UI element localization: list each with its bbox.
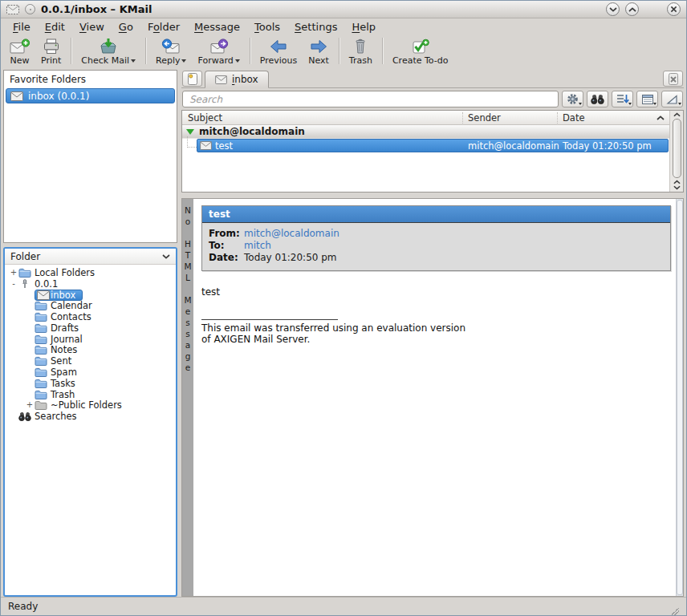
check-mail-button[interactable]: Check Mail bbox=[75, 35, 141, 67]
to-address-link[interactable]: mitch bbox=[244, 240, 271, 252]
selected-folder-highlight[interactable]: inbox bbox=[35, 290, 83, 301]
maximize-button[interactable] bbox=[625, 2, 639, 16]
expander-icon[interactable]: - bbox=[9, 280, 18, 288]
folder-label: Drafts bbox=[48, 322, 79, 334]
reply-button[interactable]: Reply bbox=[150, 35, 192, 67]
dropdown-caret-icon bbox=[653, 103, 657, 107]
reply-icon bbox=[161, 37, 181, 55]
new-button[interactable]: New bbox=[4, 35, 35, 67]
search-input[interactable] bbox=[182, 91, 559, 107]
dropdown-caret-icon bbox=[579, 103, 582, 107]
column-header-date[interactable]: Date bbox=[557, 112, 652, 124]
window-controls bbox=[606, 2, 681, 16]
folder-item-local-folders[interactable]: + Local Folders bbox=[5, 267, 176, 278]
scrollbar-thumb[interactable] bbox=[673, 119, 681, 178]
folder-item-spam[interactable]: Spam bbox=[5, 367, 176, 378]
mail-icon bbox=[200, 141, 212, 150]
scroll-up-down-icons[interactable] bbox=[673, 180, 681, 190]
tab-inbox[interactable]: inbox bbox=[205, 71, 269, 88]
folder-item-drafts[interactable]: Drafts bbox=[5, 322, 176, 334]
title-bar[interactable]: 0.0.1/inbox – KMail bbox=[1, 1, 686, 18]
trash-button[interactable]: Trash bbox=[344, 35, 378, 67]
theme-icon bbox=[641, 94, 654, 105]
folder-item-public-folders[interactable]: + ~Public Folders bbox=[5, 400, 176, 411]
message-list-scrollbar[interactable] bbox=[669, 111, 683, 192]
status-text: Ready bbox=[8, 601, 38, 612]
folder-item-calendar[interactable]: Calendar bbox=[5, 300, 176, 311]
next-button[interactable]: Next bbox=[303, 35, 335, 67]
trash-icon bbox=[353, 37, 368, 55]
create-todo-button[interactable]: Create To-do bbox=[387, 35, 454, 67]
menu-go[interactable]: Go bbox=[112, 20, 140, 34]
column-header-subject[interactable]: Subject bbox=[182, 112, 462, 124]
aggregation-button[interactable] bbox=[661, 91, 683, 107]
theme-button[interactable] bbox=[636, 91, 658, 107]
left-column: Favorite Folders inbox (0.0.1) Folder + … bbox=[3, 70, 177, 597]
folder-item-trash[interactable]: Trash bbox=[5, 389, 176, 400]
menu-file[interactable]: File bbox=[6, 20, 38, 34]
folder-label: Spam bbox=[48, 367, 77, 378]
status-filter-button[interactable] bbox=[562, 91, 583, 107]
expander-icon[interactable]: + bbox=[9, 269, 18, 277]
menu-view[interactable]: View bbox=[72, 20, 112, 34]
window-menu-button[interactable] bbox=[25, 4, 35, 14]
menu-message[interactable]: Message bbox=[187, 20, 247, 34]
menu-help[interactable]: Help bbox=[344, 20, 383, 34]
folder-item-contacts[interactable]: Contacts bbox=[5, 311, 176, 322]
date-row: Date: Today 01:20:50 pm bbox=[209, 252, 664, 264]
folder-icon bbox=[35, 312, 48, 322]
binoculars-icon bbox=[18, 411, 32, 421]
message-header-fields: From: mitch@localdomain To: mitch Date: … bbox=[202, 223, 670, 270]
scrollbar-thumb[interactable] bbox=[677, 200, 683, 595]
folder-item-sent[interactable]: Sent bbox=[5, 355, 176, 367]
folder-item-notes[interactable]: Notes bbox=[5, 345, 176, 356]
status-bar: Ready bbox=[1, 597, 686, 615]
preview-content: test From: mitch@localdomain To: mitch bbox=[193, 199, 676, 596]
folder-label: Calendar bbox=[48, 300, 92, 311]
toolbar-separator bbox=[382, 38, 383, 64]
previous-button[interactable]: Previous bbox=[254, 35, 303, 67]
from-address-link[interactable]: mitch@localdomain bbox=[244, 228, 339, 240]
scroll-up-icon[interactable] bbox=[673, 112, 681, 117]
print-button[interactable]: Print bbox=[35, 35, 67, 67]
folder-panel-header[interactable]: Folder bbox=[5, 249, 176, 265]
folder-item-inbox[interactable]: inbox bbox=[5, 290, 176, 301]
folder-item-journal[interactable]: Journal bbox=[5, 334, 176, 345]
sort-order-button[interactable] bbox=[612, 91, 633, 107]
dropdown-caret-icon bbox=[678, 103, 681, 107]
menu-edit[interactable]: Edit bbox=[38, 20, 72, 34]
sort-indicator-icon[interactable] bbox=[652, 116, 669, 120]
expander-icon[interactable]: + bbox=[25, 401, 35, 409]
minimize-button[interactable] bbox=[606, 2, 620, 16]
message-row[interactable]: test mitch@localdomain Today 01:20:50 pm bbox=[197, 139, 669, 152]
folder-item-searches[interactable]: Searches bbox=[5, 411, 176, 422]
forward-button[interactable]: Forward bbox=[192, 35, 245, 67]
pane-splitter[interactable] bbox=[181, 192, 684, 198]
group-expanded-icon[interactable] bbox=[186, 129, 194, 135]
dropdown-caret-icon bbox=[628, 103, 632, 107]
preview-scrollbar[interactable] bbox=[676, 199, 683, 596]
folder-label: Tasks bbox=[48, 378, 75, 389]
folder-item-account[interactable]: - 0.0.1 bbox=[5, 278, 176, 290]
open-full-search-button[interactable] bbox=[587, 91, 608, 107]
folder-panel-header-label: Folder bbox=[10, 251, 162, 262]
favorite-folder-inbox[interactable]: inbox (0.0.1) bbox=[6, 88, 175, 103]
html-status-bar[interactable]: No HTML Message bbox=[182, 199, 193, 596]
column-header-sender[interactable]: Sender bbox=[462, 112, 557, 124]
toolbar-separator bbox=[145, 38, 146, 64]
folder-item-tasks[interactable]: Tasks bbox=[5, 378, 176, 389]
menu-folder[interactable]: Folder bbox=[140, 20, 187, 34]
message-row-wrap: test mitch@localdomain Today 01:20:50 pm bbox=[182, 139, 669, 152]
toolbar-separator bbox=[71, 38, 71, 64]
new-tab-button[interactable] bbox=[182, 71, 202, 87]
menu-tools[interactable]: Tools bbox=[247, 20, 287, 34]
menu-settings[interactable]: Settings bbox=[287, 20, 344, 34]
message-group-header[interactable]: mitch@localdomain bbox=[182, 125, 669, 139]
print-icon bbox=[43, 37, 60, 55]
folder-icon bbox=[35, 323, 48, 333]
close-tab-button[interactable] bbox=[663, 71, 683, 87]
resize-grip[interactable] bbox=[671, 607, 679, 615]
folder-label: Sent bbox=[48, 355, 71, 367]
close-button[interactable] bbox=[667, 2, 681, 16]
message-subject-cell: test bbox=[197, 140, 478, 152]
